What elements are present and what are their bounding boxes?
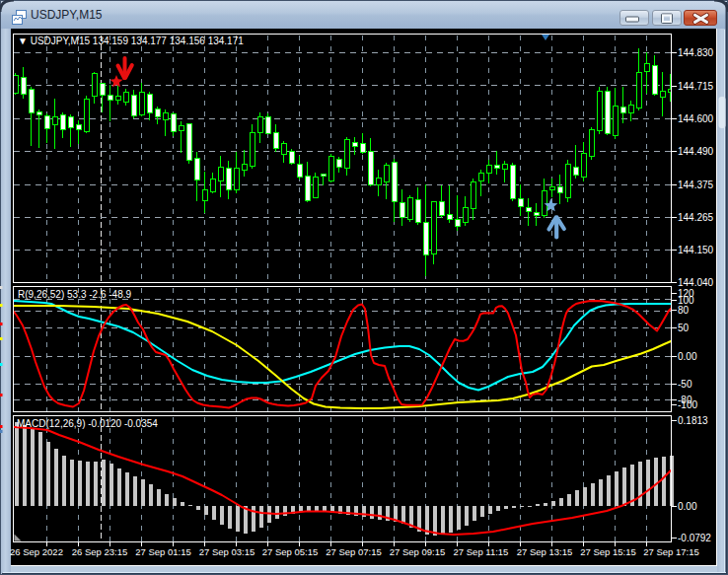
svg-text:27 Sep 09:15: 27 Sep 09:15 bbox=[390, 546, 446, 557]
svg-text:80: 80 bbox=[678, 305, 690, 316]
svg-text:R(9,26,52) 53.3 -2.6 -48.9: R(9,26,52) 53.3 -2.6 -48.9 bbox=[18, 289, 132, 300]
svg-text:144.600: 144.600 bbox=[678, 113, 714, 124]
svg-text:USDJPY,M15: USDJPY,M15 bbox=[31, 8, 103, 22]
svg-text:0.1813: 0.1813 bbox=[678, 415, 708, 426]
svg-text:26 Sep 2022: 26 Sep 2022 bbox=[10, 546, 63, 557]
svg-text:144.040: 144.040 bbox=[678, 277, 714, 288]
svg-text:144.265: 144.265 bbox=[678, 212, 714, 223]
svg-text:MACD(12,26,9) -0.0120 -0.0354: MACD(12,26,9) -0.0120 -0.0354 bbox=[17, 418, 158, 429]
svg-text:27 Sep 17:15: 27 Sep 17:15 bbox=[643, 546, 699, 557]
svg-text:144.375: 144.375 bbox=[678, 180, 714, 190]
svg-text:-0.0792: -0.0792 bbox=[678, 533, 711, 543]
svg-text:0.00: 0.00 bbox=[678, 501, 697, 512]
svg-text:26 Sep 23:15: 26 Sep 23:15 bbox=[72, 546, 128, 557]
svg-text:144.490: 144.490 bbox=[678, 146, 714, 157]
svg-text:27 Sep 03:15: 27 Sep 03:15 bbox=[199, 546, 255, 557]
svg-text:27 Sep 11:15: 27 Sep 11:15 bbox=[454, 546, 509, 557]
svg-text:27 Sep 15:15: 27 Sep 15:15 bbox=[580, 546, 636, 557]
svg-text:27 Sep 13:15: 27 Sep 13:15 bbox=[517, 546, 573, 557]
svg-text:▼ USDJPY,M15 134.159 134.177: ▼ USDJPY,M15 134.159 134.177 134.156 134… bbox=[18, 36, 244, 46]
svg-text:144.150: 144.150 bbox=[678, 245, 714, 255]
svg-text:-100: -100 bbox=[678, 399, 697, 410]
svg-text:-50: -50 bbox=[678, 379, 692, 390]
svg-text:27 Sep 05:15: 27 Sep 05:15 bbox=[262, 546, 319, 557]
svg-text:27 Sep 01:15: 27 Sep 01:15 bbox=[135, 546, 191, 557]
svg-text:0.00: 0.00 bbox=[678, 351, 697, 362]
svg-text:144.715: 144.715 bbox=[678, 81, 714, 92]
svg-text:50: 50 bbox=[678, 323, 690, 333]
svg-text:144.830: 144.830 bbox=[678, 47, 714, 58]
svg-text:27 Sep 07:15: 27 Sep 07:15 bbox=[326, 546, 382, 557]
